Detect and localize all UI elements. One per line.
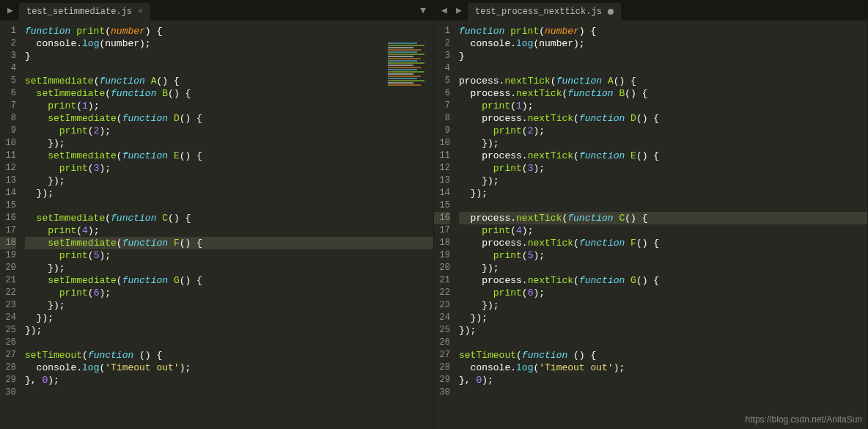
line-number: 3 [0,50,16,62]
tab-right[interactable]: test_process_nexttick.js [468,3,621,21]
code-line[interactable]: } [25,50,433,62]
code-line[interactable]: }); [25,262,433,274]
code-line[interactable]: process.nextTick(function B() { [459,87,867,100]
code-line[interactable]: console.log(number); [25,37,433,50]
code-line[interactable]: }); [459,175,867,187]
line-number: 26 [0,337,16,349]
tab-left[interactable]: test_setimmediate.js × [19,3,150,21]
code-line[interactable]: }); [25,137,433,150]
code-line[interactable]: }); [25,312,433,324]
code-line[interactable]: setImmediate(function A() { [25,75,433,87]
line-number: 16 [434,212,450,224]
code-line[interactable] [25,199,433,212]
code-line[interactable]: }); [25,187,433,199]
code-line[interactable]: }); [25,324,433,337]
code-line[interactable]: print(6); [459,287,867,299]
code-line[interactable]: console.log(number); [459,37,867,50]
code-line[interactable]: console.log('Timeout out'); [25,362,433,374]
code-line[interactable]: } [459,50,867,62]
code-line[interactable]: }, 0); [459,374,867,386]
code-line[interactable] [25,337,433,349]
code-line[interactable]: print(3); [459,162,867,175]
code-line[interactable]: print(2); [25,125,433,137]
close-icon[interactable]: × [138,7,143,17]
code-line[interactable]: process.nextTick(function C() { [459,212,867,224]
code-line[interactable]: print(5); [25,249,433,262]
code-line[interactable]: }, 0); [25,374,433,386]
editor-right[interactable]: 1234567891011121314151617181920212223242… [434,21,867,429]
code-line[interactable] [459,337,867,349]
code-line[interactable]: print(4); [459,224,867,237]
code-line[interactable]: }); [459,187,867,199]
code-line[interactable]: print(1); [459,100,867,112]
code-line[interactable]: setImmediate(function G() { [25,274,433,287]
line-number: 1 [0,25,16,37]
line-number: 10 [0,137,16,150]
line-number: 7 [434,100,450,112]
code-line[interactable]: }); [25,175,433,187]
line-number: 10 [434,137,450,150]
code-line[interactable]: setImmediate(function F() { [25,237,433,249]
line-number: 21 [434,274,450,287]
code-area-right[interactable]: function print(number) { console.log(num… [456,21,867,429]
line-number: 9 [0,125,16,137]
code-line[interactable]: }); [25,299,433,312]
line-number: 2 [434,37,450,50]
code-line[interactable]: setImmediate(function B() { [25,87,433,100]
left-pane: ▶ test_setimmediate.js × ▼ 1234567891011… [0,0,434,429]
line-number: 11 [0,150,16,162]
line-number: 23 [0,299,16,312]
line-number: 25 [434,324,450,337]
code-line[interactable]: function print(number) { [459,25,867,37]
code-line[interactable]: }); [459,324,867,337]
code-line[interactable] [25,62,433,75]
code-line[interactable]: setImmediate(function D() { [25,112,433,125]
code-line[interactable] [459,199,867,212]
prev-icon[interactable]: ◀ [438,4,450,16]
line-number: 7 [0,100,16,112]
line-number: 16 [0,212,16,224]
line-number: 22 [0,287,16,299]
code-line[interactable]: print(4); [25,224,433,237]
code-line[interactable]: process.nextTick(function F() { [459,237,867,249]
code-line[interactable]: process.nextTick(function G() { [459,274,867,287]
code-line[interactable]: print(2); [459,125,867,137]
line-number: 14 [434,187,450,199]
line-number: 25 [0,324,16,337]
watermark-text: https://blog.csdn.net/AnitaSun [746,414,862,425]
line-number: 22 [434,287,450,299]
code-line[interactable]: process.nextTick(function D() { [459,112,867,125]
code-line[interactable]: print(1); [25,100,433,112]
code-line[interactable]: setImmediate(function C() { [25,212,433,224]
line-number: 18 [434,237,450,249]
code-line[interactable]: }); [459,137,867,150]
line-number: 15 [0,199,16,212]
line-number: 9 [434,125,450,137]
code-line[interactable]: console.log('Timeout out'); [459,362,867,374]
code-line[interactable]: process.nextTick(function E() { [459,150,867,162]
code-line[interactable]: setTimeout(function () { [25,349,433,362]
play-icon[interactable]: ▶ [4,4,16,16]
code-line[interactable] [25,386,433,399]
line-number: 18 [0,237,16,249]
code-line[interactable]: }); [459,262,867,274]
code-area-left[interactable]: function print(number) { console.log(num… [22,21,433,429]
code-line[interactable] [459,62,867,75]
code-line[interactable]: print(3); [25,162,433,175]
code-line[interactable]: process.nextTick(function A() { [459,75,867,87]
line-number: 8 [434,112,450,125]
code-line[interactable]: setImmediate(function E() { [25,150,433,162]
code-line[interactable]: function print(number) { [25,25,433,37]
code-line[interactable]: print(5); [459,249,867,262]
dropdown-icon[interactable]: ▼ [420,5,426,16]
code-line[interactable]: setTimeout(function () { [459,349,867,362]
code-line[interactable] [459,386,867,399]
code-line[interactable]: }); [459,312,867,324]
line-number: 2 [0,37,16,50]
line-number: 17 [0,224,16,237]
line-number: 5 [0,75,16,87]
next-icon[interactable]: ▶ [453,4,465,16]
code-line[interactable]: print(6); [25,287,433,299]
editor-left[interactable]: 1234567891011121314151617181920212223242… [0,21,433,429]
code-line[interactable]: }); [459,299,867,312]
